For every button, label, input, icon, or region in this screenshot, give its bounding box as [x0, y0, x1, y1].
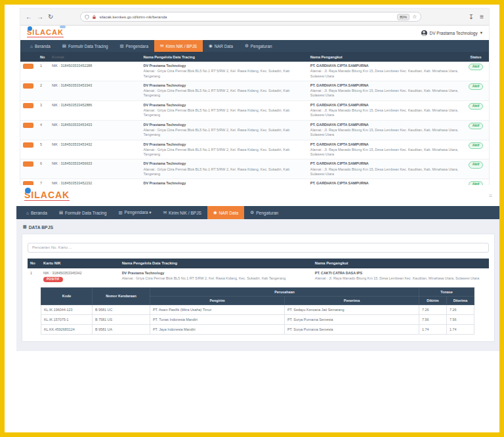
nav-item-nar-data[interactable]: ◉NAR Data — [207, 206, 244, 219]
col-penerima: Penerima — [285, 296, 419, 304]
target-icon: ◉ — [213, 210, 217, 215]
home-icon: ⌂ — [26, 211, 29, 215]
row-action-button[interactable] — [23, 142, 33, 148]
group-perusahaan: Perusahaan — [150, 287, 419, 296]
nav-item-nar-data[interactable]: ◉NAR Data — [203, 40, 239, 52]
nav-item-kirim-nik-bpjs[interactable]: ✉Kirim NIK / BPJS — [154, 40, 203, 52]
row-number: 2 — [37, 81, 49, 100]
nav-label: Kirim NIK / BPJS — [169, 211, 201, 215]
menu-icon[interactable]: ≡ — [480, 14, 484, 20]
col-nomor-kendaraan: Nomor Kendaraan — [93, 287, 150, 304]
pengelola-name: DV Prastama Technology — [144, 83, 305, 88]
form-icon: ▤ — [62, 43, 66, 49]
nav-label: Formulir Data Tracing — [65, 211, 106, 215]
col-pengelola: Nama Pengelola Data Tracing — [141, 55, 308, 59]
pengelola-address: Alamat : Griya Citra Permai Blok BL5 No.… — [144, 69, 305, 79]
pengelola-cell: DV Prastama TechnologyAlamat : Griya Cit… — [141, 81, 308, 100]
tonase-diterima: 7.26 — [447, 304, 474, 314]
downloads-icon[interactable]: ↧ — [469, 14, 474, 20]
pengangkut-cell: PT. GARDHAYA CIPTA SAMPURNAAlamat : Jl. … — [308, 62, 463, 81]
user-name: DV Prastama Technology — [430, 31, 478, 35]
pengelola-address: Alamat : Griya Citra Permai Blok BL5 No.… — [122, 276, 310, 281]
table-header: No Kartu NIK Nama Pengelola Data Trackin… — [28, 259, 489, 268]
grid-icon: ⊞ — [23, 224, 27, 230]
browser-toolbar: ← → ↻ silacak.kemkes.go.id/kirim-nik/ber… — [20, 9, 489, 26]
nav-label: Beranda — [31, 211, 47, 215]
nav-item-beranda[interactable]: ⌂Beranda — [24, 40, 56, 52]
nav-label: Pengendara — [126, 44, 148, 49]
zoom-level-chip[interactable]: 80% — [397, 14, 410, 20]
menu-icon[interactable]: ≡ — [489, 192, 492, 199]
pengelola-name: DV Prastama Technology — [144, 103, 305, 108]
pengelola-name: DV Prastama Technology — [144, 123, 305, 127]
pengangkut-cell: PT. GARDHAYA CIPTA SAMPURNAAlamat : Jl. … — [308, 159, 463, 178]
row-action-button[interactable] — [23, 83, 33, 89]
nomor-kendaraan: B 7581 US — [93, 314, 150, 324]
col-kartu-nik: Kartu NIK — [41, 261, 119, 265]
shield-icon — [85, 14, 89, 20]
pengelola-name: DV Prastama Technology — [144, 161, 305, 166]
pengelola-address: Alamat : Griya Citra Permai Blok BL5 No.… — [144, 128, 305, 138]
row-action-button[interactable] — [23, 123, 33, 128]
pengelola-name: DV Prastama Technology — [122, 271, 310, 276]
pengangkut-address: Alamat : Jl. Raya Manado Bitung Km 15, D… — [310, 148, 460, 157]
col-status: Status — [463, 55, 489, 59]
pengangkut-cell: PT. GARDHAYA CIPTA SAMPURNAAlamat : Jl. … — [308, 81, 463, 100]
kontak-nik: NIK : 3184503533453432 — [49, 140, 141, 159]
row-number: 1 — [28, 271, 41, 282]
pengelola-cell: DV Prastama TechnologyAlamat : Griya Cit… — [141, 159, 308, 178]
refresh-icon[interactable]: ↻ — [48, 14, 53, 20]
kode-link[interactable]: KL.IK.157075-1 — [41, 314, 93, 324]
brand-name: SILACAK — [24, 190, 70, 201]
nav-item-pengendara[interactable]: ▥Pengendara ▾ — [112, 206, 157, 219]
url-text[interactable]: silacak.kemkes.go.id/kirim-nik/beranda — [99, 15, 394, 19]
penerima: PT. Surya Purnama Semesta — [285, 314, 419, 324]
user-menu[interactable]: DV Prastama Technology ▾ — [421, 30, 483, 36]
table-header: No Kontak Nama Pengelola Data Tracing Na… — [20, 52, 489, 62]
penerima: PT. Surya Purnama Semesta — [285, 324, 419, 334]
row-action-button[interactable] — [23, 64, 33, 69]
row-number: 3 — [37, 101, 49, 120]
row-action-button[interactable] — [23, 103, 33, 108]
logo-flag-icon — [60, 26, 66, 28]
pengelola-address: Alamat : Griya Citra Permai Blok BL5 No.… — [144, 108, 305, 118]
nav-item-beranda[interactable]: ⌂Beranda — [20, 206, 53, 219]
vehicle-icon: ▥ — [118, 210, 122, 215]
kode-link[interactable]: KL.IK.196044-123 — [41, 304, 93, 314]
status-badge: Aktif — [469, 64, 484, 70]
table-row: 1 NIK : 3184503533452288 DV Prastama Tec… — [20, 62, 489, 81]
pengangkut-name: PT. GARDHAYA CIPTA SAMPURNA — [310, 161, 460, 166]
nav-item-formulir-data-tracing[interactable]: ▤Formulir Data Tracing — [53, 206, 113, 219]
back-icon[interactable]: ← — [26, 14, 32, 20]
nav-item-formulir-data-tracing[interactable]: ▤Formulir Data Tracing — [56, 40, 114, 52]
data-card: No Kartu NIK Nama Pengelola Data Trackin… — [22, 234, 495, 342]
kontak-nik: NIK : 3184503533453343 — [49, 81, 141, 100]
kontak-nik: NIK : 3184503533453433 — [49, 121, 141, 140]
status-badge: Aktif — [469, 161, 484, 168]
pengelola-name: DV Prastama Technology — [144, 142, 305, 147]
nav-item-pengendara[interactable]: ▥Pengendara — [114, 40, 154, 52]
tonase-diterima: 1.74 — [447, 324, 474, 334]
bookmark-star-icon[interactable]: ☆ — [412, 14, 417, 20]
nav-item-kirim-nik-bpjs[interactable]: ✉Kirim NIK / BPJS — [158, 206, 207, 219]
row-action-button[interactable] — [23, 161, 33, 167]
status-badge: Aktif — [469, 142, 484, 149]
page-title: ⊞ DATA BPJS — [22, 223, 495, 234]
search-input[interactable] — [28, 243, 489, 253]
pengangkut-address: Alamat : Jl. Raya Manado Bitung Km 15, D… — [310, 108, 460, 118]
address-bar[interactable]: silacak.kemkes.go.id/kirim-nik/beranda 8… — [80, 12, 421, 22]
pengangkut-name: PT. CAKTI CATRA DASA IPS — [315, 271, 486, 276]
kode-link[interactable]: KL.KK.4592683124 — [41, 324, 93, 334]
col-pengangkut: Nama Pengangkut — [308, 55, 463, 59]
forward-icon[interactable]: → — [37, 14, 43, 20]
nav-item-pengaturan[interactable]: ⚙Pengaturan — [244, 206, 284, 219]
app-header: SILACAK ≡ — [16, 185, 500, 206]
pengangkut-address: Alamat : Jl. Raya Manado Bitung Km 15, D… — [310, 167, 460, 177]
pengirim: PT. Tunas Indonesia Mandiri — [150, 314, 285, 324]
page: ← → ↻ silacak.kemkes.go.id/kirim-nik/ber… — [0, 0, 504, 437]
silacak-logo: SILACAK — [27, 28, 64, 37]
pengangkut-name: PT. GARDHAYA CIPTA SAMPURNA — [310, 142, 460, 147]
detail-table: Kode Nomor Kendaraan Perusahaan Tonase P… — [41, 287, 474, 335]
nav-item-pengaturan[interactable]: ⚙Pengaturan — [239, 40, 278, 52]
pengangkut-cell: PT. GARDHAYA CIPTA SAMPURNAAlamat : Jl. … — [308, 140, 463, 159]
